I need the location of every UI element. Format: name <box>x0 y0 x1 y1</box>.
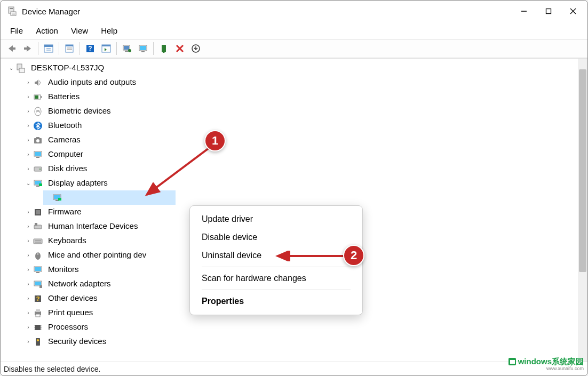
svg-rect-4 <box>12 14 15 14</box>
disable-device-button[interactable] <box>172 41 188 56</box>
expander-icon[interactable]: › <box>24 78 33 86</box>
tree-label: Display adapters <box>46 177 109 190</box>
svg-rect-58 <box>36 210 40 214</box>
help-button[interactable]: ? <box>82 41 98 56</box>
status-text: Disables the selected device. <box>4 365 100 373</box>
cm-properties[interactable]: Properties <box>190 292 362 310</box>
network-icon <box>33 279 43 290</box>
camera-icon <box>33 135 43 146</box>
maximize-button[interactable] <box>536 1 561 22</box>
security-icon <box>33 337 43 347</box>
close-button[interactable] <box>561 1 585 22</box>
expander-icon[interactable]: › <box>24 222 33 230</box>
action-list-button[interactable] <box>98 41 114 56</box>
svg-rect-12 <box>44 45 53 47</box>
expander-icon[interactable]: › <box>24 136 33 144</box>
svg-rect-46 <box>36 157 39 158</box>
display-adapter-icon <box>33 178 43 189</box>
computer-icon <box>33 149 43 160</box>
expander-icon[interactable]: › <box>24 266 33 274</box>
svg-rect-24 <box>124 46 129 50</box>
uninstall-device-button[interactable] <box>188 41 204 56</box>
tree-cat-cameras[interactable]: ›Cameras <box>5 133 578 147</box>
tree-cat-processors[interactable]: ›Processors <box>5 320 578 334</box>
bluetooth-icon <box>33 121 43 131</box>
expander-icon[interactable]: ⌄ <box>24 179 33 187</box>
expander-icon[interactable]: ⌄ <box>7 64 15 72</box>
expander-icon[interactable]: › <box>24 93 33 101</box>
scan-hardware-button[interactable] <box>119 41 135 56</box>
tree-label: Processors <box>46 321 90 334</box>
minimize-button[interactable] <box>512 1 536 22</box>
menu-action[interactable]: Action <box>30 24 63 37</box>
expander-icon[interactable]: › <box>24 122 33 130</box>
svg-rect-16 <box>66 45 73 46</box>
tree-cat-batteries[interactable]: ›Batteries <box>5 90 578 104</box>
tree-cat-audio[interactable]: ›Audio inputs and outputs <box>5 75 578 90</box>
svg-rect-6 <box>546 9 551 14</box>
svg-rect-60 <box>35 223 37 226</box>
properties-button[interactable] <box>61 41 77 56</box>
menu-view[interactable]: View <box>66 24 93 37</box>
tree-label: Cameras <box>46 133 82 147</box>
show-hide-tree-button[interactable] <box>41 41 57 56</box>
cm-disable-device[interactable]: Disable device <box>190 228 362 246</box>
tree-label: Human Interface Devices <box>46 220 139 233</box>
toolbar-separator <box>153 42 154 55</box>
toolbar-separator <box>38 42 38 55</box>
menu-file[interactable]: File <box>5 24 28 37</box>
tree-label: Monitors <box>46 263 81 276</box>
svg-rect-77 <box>35 325 41 330</box>
cm-scan-hardware[interactable]: Scan for hardware changes <box>190 269 362 287</box>
expander-icon[interactable]: › <box>24 323 33 331</box>
expander-icon[interactable]: › <box>24 150 33 158</box>
tree-label: Batteries <box>46 90 81 103</box>
watermark: windows系统家园 www.xunaifu.com <box>507 357 584 372</box>
vertical-scrollbar[interactable] <box>578 59 587 362</box>
tree-device-selected[interactable] <box>5 190 578 205</box>
cm-uninstall-device[interactable]: Uninstall device <box>190 246 362 265</box>
svg-rect-22 <box>102 45 110 46</box>
expander-icon[interactable]: › <box>24 338 33 346</box>
svg-point-42 <box>36 139 39 142</box>
expander-icon[interactable]: › <box>24 251 33 259</box>
forward-button[interactable] <box>20 41 36 56</box>
watermark-brand: windows系统家园 <box>518 357 584 366</box>
tree-label: Audio inputs and outputs <box>46 76 138 89</box>
tree-device-label <box>66 191 172 204</box>
disk-icon <box>33 164 43 174</box>
update-driver-button[interactable] <box>135 41 151 56</box>
expander-icon[interactable]: › <box>24 165 33 173</box>
tree-cat-bluetooth[interactable]: ›Bluetooth <box>5 118 578 133</box>
back-button[interactable] <box>4 41 20 56</box>
expander-icon[interactable]: › <box>24 208 33 216</box>
cm-update-driver[interactable]: Update driver <box>190 210 362 228</box>
tree-label: Print queues <box>46 306 94 319</box>
expander-icon[interactable]: › <box>24 107 33 115</box>
menu-bar: File Action View Help <box>1 22 587 39</box>
tree-root-label: DESKTOP-4L537JQ <box>29 61 106 75</box>
expander-icon[interactable]: › <box>24 294 33 302</box>
enable-device-button[interactable] <box>156 41 172 56</box>
expander-icon[interactable]: › <box>24 309 33 317</box>
tree-cat-security[interactable]: ›Security devices <box>5 334 578 349</box>
toolbar-separator <box>116 42 117 55</box>
printer-icon <box>33 308 43 318</box>
toolbar-separator <box>59 42 59 55</box>
expander-icon[interactable]: › <box>24 280 33 288</box>
menu-help[interactable]: Help <box>96 24 123 37</box>
tree-cat-computer[interactable]: ›Computer <box>5 147 578 162</box>
expander-icon[interactable]: › <box>24 237 33 245</box>
svg-rect-35 <box>19 68 25 73</box>
tree-cat-disk[interactable]: ›Disk drives <box>5 162 578 176</box>
tree-cat-display[interactable]: ⌄Display adapters <box>5 176 578 190</box>
tree-label: Firmware <box>46 205 83 219</box>
tree-label: Keyboards <box>46 234 88 247</box>
svg-rect-67 <box>35 267 41 271</box>
tree-cat-biometric[interactable]: ›Biometric devices <box>5 104 578 118</box>
scrollbar-thumb[interactable] <box>579 69 586 272</box>
tree-label: Security devices <box>46 335 108 348</box>
context-menu-separator <box>202 267 351 267</box>
svg-rect-38 <box>35 95 38 99</box>
tree-root[interactable]: ⌄ DESKTOP-4L537JQ <box>5 61 578 75</box>
